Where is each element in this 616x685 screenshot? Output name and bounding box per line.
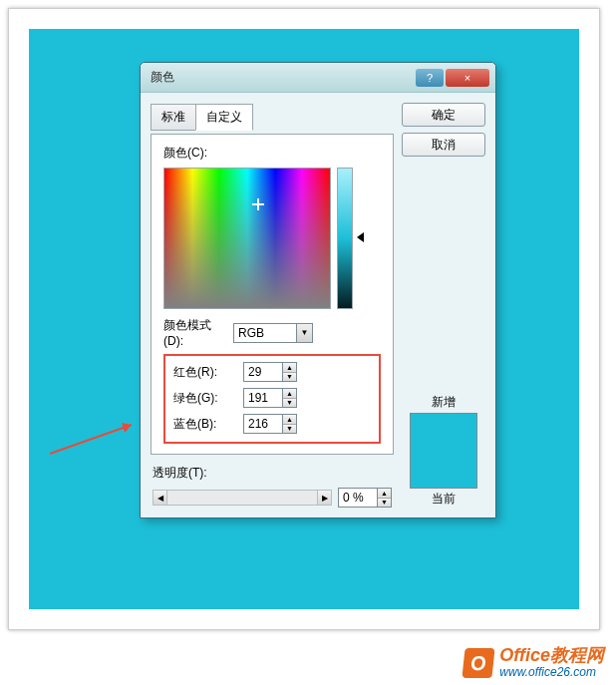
- close-button[interactable]: ×: [446, 69, 489, 87]
- spin-down-icon[interactable]: ▼: [283, 373, 296, 382]
- color-mode-label: 颜色模式(D):: [163, 317, 227, 348]
- transparency-slider[interactable]: ◀ ▶: [153, 490, 332, 506]
- chevron-down-icon: ▼: [296, 324, 312, 342]
- watermark-title: Office教程网: [499, 646, 604, 666]
- color-mode-value: RGB: [234, 326, 296, 340]
- slider-right-icon[interactable]: ▶: [317, 491, 331, 505]
- close-icon: ×: [464, 72, 470, 84]
- green-spinner[interactable]: ▲▼: [243, 388, 297, 408]
- spin-up-icon[interactable]: ▲: [378, 489, 391, 499]
- blue-spinner[interactable]: ▲▼: [243, 414, 297, 434]
- help-button[interactable]: ?: [416, 69, 444, 87]
- red-spinner[interactable]: ▲▼: [243, 362, 297, 382]
- blue-label: 蓝色(B):: [173, 416, 237, 433]
- color-spectrum[interactable]: [163, 168, 331, 309]
- red-label: 红色(R):: [173, 364, 237, 381]
- dialog-title: 颜色: [151, 69, 416, 86]
- cancel-button[interactable]: 取消: [402, 133, 485, 157]
- tab-standard[interactable]: 标准: [151, 104, 195, 131]
- color-preview: 新增 当前: [402, 394, 485, 508]
- green-label: 绿色(G):: [173, 390, 237, 407]
- color-dialog: 颜色 ? × 标准 自定义 颜色(C):: [140, 62, 496, 518]
- crosshair-icon: [252, 198, 264, 210]
- transparency-row: 透明度(T): ◀ ▶ ▲▼: [151, 465, 394, 508]
- custom-panel: 颜色(C): 颜色模式(D): RGB ▼: [151, 134, 394, 455]
- slider-left-icon[interactable]: ◀: [154, 491, 167, 505]
- tab-custom[interactable]: 自定义: [195, 104, 253, 131]
- ok-button[interactable]: 确定: [402, 103, 485, 127]
- color-mode-row: 颜色模式(D): RGB ▼: [163, 317, 381, 348]
- luminance-pointer-icon: [357, 232, 364, 242]
- preview-swatches: [410, 413, 477, 489]
- color-mode-select[interactable]: RGB ▼: [233, 323, 313, 343]
- luminance-slider[interactable]: [337, 168, 353, 309]
- spin-up-icon[interactable]: ▲: [283, 415, 296, 425]
- red-input[interactable]: [244, 363, 282, 381]
- watermark-url: www.office26.com: [499, 666, 604, 679]
- transparency-spinner[interactable]: ▲▼: [338, 488, 392, 508]
- spin-down-icon[interactable]: ▼: [378, 499, 391, 508]
- transparency-label: 透明度(T):: [153, 465, 392, 482]
- dialog-titlebar[interactable]: 颜色 ? ×: [141, 63, 495, 93]
- green-input[interactable]: [244, 389, 282, 407]
- transparency-input[interactable]: [339, 489, 377, 507]
- help-icon: ?: [427, 72, 433, 84]
- color-field-label: 颜色(C):: [163, 145, 381, 162]
- new-color-label: 新增: [402, 394, 485, 411]
- current-color-swatch: [411, 451, 476, 488]
- watermark: O Office教程网 www.office26.com: [463, 646, 604, 679]
- blue-input[interactable]: [244, 415, 282, 433]
- watermark-logo-icon: O: [462, 648, 495, 678]
- spin-down-icon[interactable]: ▼: [283, 399, 296, 408]
- tab-strip: 标准 自定义: [151, 103, 394, 130]
- spin-down-icon[interactable]: ▼: [283, 425, 296, 434]
- new-color-swatch: [411, 414, 476, 451]
- spin-up-icon[interactable]: ▲: [283, 363, 296, 373]
- spin-up-icon[interactable]: ▲: [283, 389, 296, 399]
- current-color-label: 当前: [402, 491, 485, 508]
- rgb-highlight-box: 红色(R): ▲▼ 绿色(G): ▲▼ 蓝色: [163, 354, 381, 444]
